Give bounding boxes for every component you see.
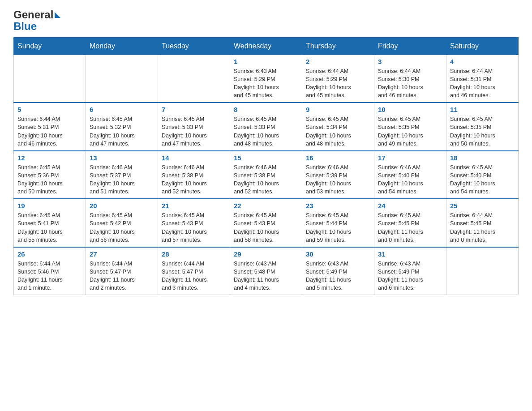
calendar-cell: 19Sunrise: 6:45 AM Sunset: 5:41 PM Dayli… (14, 199, 86, 247)
day-info: Sunrise: 6:44 AM Sunset: 5:29 PM Dayligh… (306, 67, 370, 100)
day-info: Sunrise: 6:43 AM Sunset: 5:49 PM Dayligh… (306, 260, 370, 292)
day-number: 25 (450, 202, 515, 210)
calendar-week-row: 19Sunrise: 6:45 AM Sunset: 5:41 PM Dayli… (14, 199, 519, 247)
day-number: 15 (234, 154, 298, 162)
day-info: Sunrise: 6:43 AM Sunset: 5:49 PM Dayligh… (378, 260, 442, 292)
day-number: 9 (306, 106, 370, 113)
calendar-cell: 15Sunrise: 6:46 AM Sunset: 5:38 PM Dayli… (230, 151, 302, 199)
day-info: Sunrise: 6:44 AM Sunset: 5:31 PM Dayligh… (17, 115, 82, 148)
day-number: 4 (450, 58, 515, 65)
day-info: Sunrise: 6:44 AM Sunset: 5:47 PM Dayligh… (90, 260, 154, 292)
calendar-cell: 7Sunrise: 6:45 AM Sunset: 5:33 PM Daylig… (158, 103, 230, 151)
calendar-cell: 26Sunrise: 6:44 AM Sunset: 5:46 PM Dayli… (14, 247, 86, 295)
calendar-cell: 8Sunrise: 6:45 AM Sunset: 5:33 PM Daylig… (230, 103, 302, 151)
day-number: 7 (162, 106, 226, 113)
calendar-cell: 16Sunrise: 6:46 AM Sunset: 5:39 PM Dayli… (302, 151, 374, 199)
day-info: Sunrise: 6:46 AM Sunset: 5:38 PM Dayligh… (162, 163, 226, 196)
day-number: 16 (306, 154, 370, 162)
calendar-cell: 21Sunrise: 6:45 AM Sunset: 5:43 PM Dayli… (158, 199, 230, 247)
calendar-cell: 4Sunrise: 6:44 AM Sunset: 5:31 PM Daylig… (446, 55, 519, 103)
day-info: Sunrise: 6:45 AM Sunset: 5:40 PM Dayligh… (450, 163, 515, 196)
day-number: 22 (234, 202, 298, 210)
day-info: Sunrise: 6:44 AM Sunset: 5:31 PM Dayligh… (450, 67, 515, 100)
calendar-cell: 27Sunrise: 6:44 AM Sunset: 5:47 PM Dayli… (86, 247, 158, 295)
calendar-cell: 5Sunrise: 6:44 AM Sunset: 5:31 PM Daylig… (14, 103, 86, 151)
calendar-cell (446, 247, 519, 295)
day-info: Sunrise: 6:45 AM Sunset: 5:35 PM Dayligh… (450, 115, 515, 148)
calendar-cell: 25Sunrise: 6:44 AM Sunset: 5:45 PM Dayli… (446, 199, 519, 247)
calendar-cell: 29Sunrise: 6:43 AM Sunset: 5:48 PM Dayli… (230, 247, 302, 295)
day-info: Sunrise: 6:45 AM Sunset: 5:35 PM Dayligh… (378, 115, 442, 148)
day-info: Sunrise: 6:45 AM Sunset: 5:43 PM Dayligh… (234, 211, 298, 244)
calendar-cell: 11Sunrise: 6:45 AM Sunset: 5:35 PM Dayli… (446, 103, 519, 151)
page-header: GeneralBlue (13, 9, 519, 33)
day-number: 14 (162, 154, 226, 162)
day-info: Sunrise: 6:45 AM Sunset: 5:36 PM Dayligh… (17, 163, 82, 196)
day-info: Sunrise: 6:45 AM Sunset: 5:42 PM Dayligh… (90, 211, 154, 244)
calendar-cell (158, 55, 230, 103)
day-number: 10 (378, 106, 442, 113)
day-number: 12 (17, 154, 82, 162)
day-number: 11 (450, 106, 515, 113)
calendar-cell: 2Sunrise: 6:44 AM Sunset: 5:29 PM Daylig… (302, 55, 374, 103)
day-info: Sunrise: 6:45 AM Sunset: 5:45 PM Dayligh… (378, 211, 442, 244)
day-info: Sunrise: 6:45 AM Sunset: 5:41 PM Dayligh… (17, 211, 82, 244)
weekday-header-friday: Friday (374, 37, 446, 55)
day-number: 1 (234, 58, 298, 65)
calendar-header-row: SundayMondayTuesdayWednesdayThursdayFrid… (14, 37, 519, 55)
logo: GeneralBlue (13, 9, 60, 33)
day-info: Sunrise: 6:45 AM Sunset: 5:44 PM Dayligh… (306, 211, 370, 244)
calendar-cell: 14Sunrise: 6:46 AM Sunset: 5:38 PM Dayli… (158, 151, 230, 199)
day-number: 2 (306, 58, 370, 65)
calendar-cell: 12Sunrise: 6:45 AM Sunset: 5:36 PM Dayli… (14, 151, 86, 199)
day-number: 3 (378, 58, 442, 65)
day-info: Sunrise: 6:44 AM Sunset: 5:30 PM Dayligh… (378, 67, 442, 100)
calendar-cell: 20Sunrise: 6:45 AM Sunset: 5:42 PM Dayli… (86, 199, 158, 247)
day-info: Sunrise: 6:46 AM Sunset: 5:37 PM Dayligh… (90, 163, 154, 196)
day-number: 23 (306, 202, 370, 210)
calendar-cell: 10Sunrise: 6:45 AM Sunset: 5:35 PM Dayli… (374, 103, 446, 151)
calendar-week-row: 1Sunrise: 6:43 AM Sunset: 5:29 PM Daylig… (14, 55, 519, 103)
day-info: Sunrise: 6:44 AM Sunset: 5:47 PM Dayligh… (162, 260, 226, 292)
day-number: 26 (17, 250, 82, 258)
day-number: 31 (378, 250, 442, 258)
weekday-header-tuesday: Tuesday (158, 37, 230, 55)
day-number: 19 (17, 202, 82, 210)
calendar-table: SundayMondayTuesdayWednesdayThursdayFrid… (13, 37, 519, 295)
day-number: 17 (378, 154, 442, 162)
day-number: 30 (306, 250, 370, 258)
calendar-cell: 24Sunrise: 6:45 AM Sunset: 5:45 PM Dayli… (374, 199, 446, 247)
day-info: Sunrise: 6:45 AM Sunset: 5:32 PM Dayligh… (90, 115, 154, 148)
day-info: Sunrise: 6:43 AM Sunset: 5:29 PM Dayligh… (234, 67, 298, 100)
day-info: Sunrise: 6:45 AM Sunset: 5:33 PM Dayligh… (234, 115, 298, 148)
day-info: Sunrise: 6:44 AM Sunset: 5:45 PM Dayligh… (450, 211, 515, 244)
day-number: 28 (162, 250, 226, 258)
calendar-cell: 1Sunrise: 6:43 AM Sunset: 5:29 PM Daylig… (230, 55, 302, 103)
day-info: Sunrise: 6:46 AM Sunset: 5:39 PM Dayligh… (306, 163, 370, 196)
calendar-cell: 13Sunrise: 6:46 AM Sunset: 5:37 PM Dayli… (86, 151, 158, 199)
day-number: 21 (162, 202, 226, 210)
day-info: Sunrise: 6:46 AM Sunset: 5:38 PM Dayligh… (234, 163, 298, 196)
calendar-cell: 22Sunrise: 6:45 AM Sunset: 5:43 PM Dayli… (230, 199, 302, 247)
day-number: 6 (90, 106, 154, 113)
weekday-header-saturday: Saturday (446, 37, 519, 55)
calendar-cell: 28Sunrise: 6:44 AM Sunset: 5:47 PM Dayli… (158, 247, 230, 295)
calendar-cell: 23Sunrise: 6:45 AM Sunset: 5:44 PM Dayli… (302, 199, 374, 247)
calendar-cell: 17Sunrise: 6:46 AM Sunset: 5:40 PM Dayli… (374, 151, 446, 199)
calendar-cell: 9Sunrise: 6:45 AM Sunset: 5:34 PM Daylig… (302, 103, 374, 151)
weekday-header-thursday: Thursday (302, 37, 374, 55)
day-number: 18 (450, 154, 515, 162)
day-info: Sunrise: 6:43 AM Sunset: 5:48 PM Dayligh… (234, 260, 298, 292)
logo-icon (55, 12, 60, 18)
calendar-cell: 3Sunrise: 6:44 AM Sunset: 5:30 PM Daylig… (374, 55, 446, 103)
calendar-cell: 18Sunrise: 6:45 AM Sunset: 5:40 PM Dayli… (446, 151, 519, 199)
weekday-header-monday: Monday (86, 37, 158, 55)
calendar-cell (14, 55, 86, 103)
day-number: 13 (90, 154, 154, 162)
day-number: 8 (234, 106, 298, 113)
day-info: Sunrise: 6:45 AM Sunset: 5:43 PM Dayligh… (162, 211, 226, 244)
calendar-cell (86, 55, 158, 103)
calendar-cell: 30Sunrise: 6:43 AM Sunset: 5:49 PM Dayli… (302, 247, 374, 295)
day-info: Sunrise: 6:46 AM Sunset: 5:40 PM Dayligh… (378, 163, 442, 196)
day-number: 5 (17, 106, 82, 113)
